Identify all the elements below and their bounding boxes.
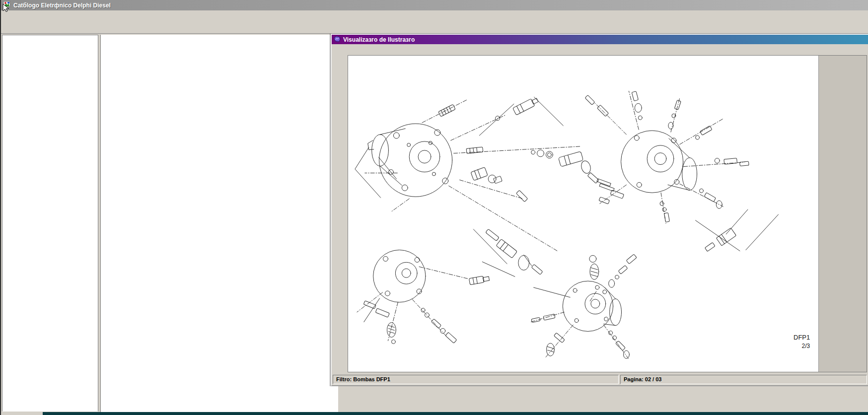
exploded-diagram: DFP1 2/3 <box>348 56 818 372</box>
figure-tabs <box>332 44 868 55</box>
viewer-statusbar: Filtro: Bombas DFP1 Pagina: 02 / 03 <box>333 373 867 384</box>
window-title: Catбlogo Eletrфnico Delphi Diesel <box>13 2 111 9</box>
workspace: Visualizaзгo de Ilustraзгo <box>1 33 868 415</box>
page-model-label: DFP1 <box>794 334 810 341</box>
status-page: Pagina: 02 / 03 <box>620 375 867 384</box>
catalog-tree <box>2 35 98 412</box>
page-number-label: 2/3 <box>802 343 810 349</box>
viewer-title: Visualizaзгo de Ilustraзгo <box>343 36 415 43</box>
viewer-toolbar <box>333 55 348 372</box>
titlebar: Catбlogo Eletrфnico Delphi Diesel <box>1 0 868 11</box>
illustration-viewer-window: Visualizaзгo de Ilustraзгo <box>331 34 868 386</box>
drawing-canvas: DFP1 2/3 <box>348 55 867 372</box>
viewer-body: DFP1 2/3 <box>333 55 867 372</box>
taskbar-edge <box>43 412 868 415</box>
status-filter: Filtro: Bombas DFP1 <box>333 375 619 384</box>
parts-table-panel <box>100 35 338 415</box>
mouse-cursor-icon <box>2 3 9 15</box>
viewer-titlebar: Visualizaзгo de Ilustraзгo <box>332 35 868 44</box>
illustration-page: DFP1 2/3 <box>348 56 819 372</box>
menubar <box>1 10 868 19</box>
viewer-icon <box>334 35 341 44</box>
main-toolbar <box>1 19 868 34</box>
